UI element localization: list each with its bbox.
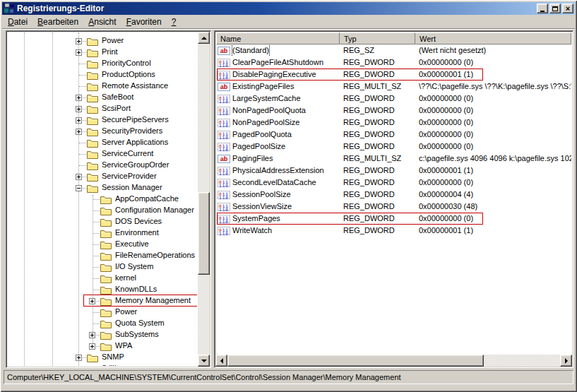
tree-item[interactable]: SNMP xyxy=(8,352,197,363)
tree-item[interactable]: ServiceCurrent xyxy=(8,148,197,160)
table-row[interactable]: 011110 SystemPages REG_DWORD 0x00000000 … xyxy=(216,213,571,225)
tree-item[interactable]: WPA xyxy=(8,340,197,352)
status-bar: Computer\HKEY_LOCAL_MACHINE\SYSTEM\Curre… xyxy=(4,370,573,384)
table-row[interactable]: ab PagingFiles REG_MULTI_SZ c:\pagefile.… xyxy=(216,153,571,165)
tree-item[interactable]: kernel xyxy=(8,273,197,284)
table-row[interactable]: 011110 PagedPoolSize REG_DWORD 0x0000000… xyxy=(216,141,571,153)
value-type: REG_DWORD xyxy=(340,105,415,117)
tree-item[interactable]: FileRenameOperations xyxy=(8,250,197,261)
tree-item[interactable]: Session Manager xyxy=(8,182,197,194)
folder-icon xyxy=(87,81,98,90)
menu-item-favoriten[interactable]: Favoriten xyxy=(121,16,167,28)
value-name: PagedPoolQuota xyxy=(232,129,292,141)
table-row[interactable]: ab ExistingPageFiles REG_MULTI_SZ \??\C:… xyxy=(216,81,571,93)
tree-item[interactable]: SecurityProviders xyxy=(8,126,197,137)
tree-connector xyxy=(79,143,86,143)
scroll-up-button[interactable] xyxy=(198,32,210,44)
menu-item-ansicht[interactable]: Ansicht xyxy=(83,16,121,28)
tree-expander-icon[interactable] xyxy=(76,117,82,124)
scrollbar-thumb[interactable] xyxy=(198,192,210,275)
tree-expander-icon[interactable] xyxy=(76,129,82,135)
column-header-wert[interactable]: Wert xyxy=(415,32,571,44)
tree-item[interactable]: DOS Devices xyxy=(8,216,197,227)
dword-icon: 011110 xyxy=(218,131,230,139)
tree-item[interactable]: Memory Management xyxy=(8,295,197,307)
table-row[interactable]: ab (Standard) REG_SZ (Wert nicht gesetzt… xyxy=(216,44,571,57)
column-header-typ[interactable]: Typ xyxy=(340,32,415,44)
table-row[interactable]: 011110 ClearPageFileAtShutdown REG_DWORD… xyxy=(216,57,571,69)
tree-expander-icon[interactable] xyxy=(76,106,82,112)
tree-item[interactable]: AppCompatCache xyxy=(8,194,197,205)
tree-item[interactable]: Configuration Manager xyxy=(8,205,197,216)
tree-item[interactable]: Quota System xyxy=(8,318,197,329)
folder-icon xyxy=(87,352,98,362)
tree-item[interactable]: Print xyxy=(8,47,197,58)
tree-item[interactable]: Executive xyxy=(8,239,197,250)
scrollbar-thumb[interactable] xyxy=(227,355,484,367)
tree-item[interactable]: SubSystems xyxy=(8,329,197,340)
title-bar[interactable]: Registrierungs-Editor × xyxy=(2,2,575,15)
table-row[interactable]: 011110 PagedPoolQuota REG_DWORD 0x000000… xyxy=(216,129,571,141)
scroll-left-button[interactable] xyxy=(215,355,227,367)
tree-item[interactable]: ProductOptions xyxy=(8,69,197,81)
value-name: SessionViewSize xyxy=(232,201,292,213)
table-row[interactable]: 011110 LargeSystemCache REG_DWORD 0x0000… xyxy=(216,93,571,105)
tree-item[interactable]: SecurePipeServers xyxy=(8,114,197,126)
table-row[interactable]: 011110 NonPagedPoolQuota REG_DWORD 0x000… xyxy=(216,105,571,117)
tree-item-label: SNMP xyxy=(100,352,126,363)
tree-item[interactable]: I/O System xyxy=(8,261,197,273)
dword-icon: 011110 xyxy=(218,95,230,103)
tree-item[interactable]: ScsiPort xyxy=(8,103,197,114)
column-header-name[interactable]: Name xyxy=(216,32,340,44)
tree-item[interactable]: KnownDLLs xyxy=(8,284,197,295)
tree-expander-icon[interactable] xyxy=(89,332,95,338)
close-button[interactable]: × xyxy=(562,4,573,13)
menu-item-datei[interactable]: Datei xyxy=(3,16,32,28)
scroll-down-button[interactable] xyxy=(198,355,210,367)
tree-item[interactable]: ServiceProvider xyxy=(8,171,197,182)
tree-expander-icon[interactable] xyxy=(76,38,82,44)
tree-item[interactable]: Remote Assistance xyxy=(8,81,197,92)
tree-item[interactable]: PriorityControl xyxy=(8,58,197,69)
values-horizontal-scrollbar[interactable] xyxy=(215,355,572,367)
table-row[interactable]: 011110 SecondLevelDataCache REG_DWORD 0x… xyxy=(216,177,571,189)
tree-item-label: PriorityControl xyxy=(100,58,153,69)
value-type: REG_DWORD xyxy=(340,69,415,81)
tree-expander-icon[interactable] xyxy=(76,355,82,361)
table-row[interactable]: 011110 NonPagedPoolSize REG_DWORD 0x0000… xyxy=(216,117,571,129)
string-icon: ab xyxy=(218,47,230,55)
table-row[interactable]: 011110 SessionPoolSize REG_DWORD 0x00000… xyxy=(216,189,571,201)
tree-item[interactable]: Power xyxy=(8,35,197,47)
menu-item-bearbeiten[interactable]: Bearbeiten xyxy=(32,16,83,28)
folder-icon xyxy=(100,206,112,215)
tree-expander-icon[interactable] xyxy=(89,343,95,350)
table-row[interactable]: 011110 PhysicalAddressExtension REG_DWOR… xyxy=(216,165,571,177)
minimize-button[interactable] xyxy=(537,4,548,13)
tree-item[interactable]: StillImage xyxy=(8,363,197,366)
dword-icon: 011110 xyxy=(218,191,230,199)
value-data: 0x00000001 (1) xyxy=(415,165,571,177)
value-name: SecondLevelDataCache xyxy=(232,177,316,189)
tree-item[interactable]: Server Applications xyxy=(8,137,197,148)
tree-expander-icon[interactable] xyxy=(76,185,82,191)
folder-icon xyxy=(100,217,112,226)
menu-item-help[interactable]: ? xyxy=(167,16,182,28)
maximize-button[interactable] xyxy=(549,4,561,13)
tree-vertical-scrollbar[interactable] xyxy=(198,32,210,367)
table-row[interactable]: 011110 DisablePagingExecutive REG_DWORD … xyxy=(216,69,571,81)
value-name: PagedPoolSize xyxy=(232,141,285,153)
tree-item[interactable]: Environment xyxy=(8,227,197,239)
tree-item[interactable]: Power xyxy=(8,307,197,318)
tree-expander-icon[interactable] xyxy=(76,174,82,180)
value-data: 0x00000030 (48) xyxy=(415,201,571,213)
table-row[interactable]: 011110 WriteWatch REG_DWORD 0x00000001 (… xyxy=(216,225,571,237)
scroll-right-button[interactable] xyxy=(560,355,572,367)
tree-item[interactable]: SafeBoot xyxy=(8,92,197,103)
table-row[interactable]: 011110 SessionViewSize REG_DWORD 0x00000… xyxy=(216,201,571,213)
tree-expander-icon[interactable] xyxy=(76,49,82,56)
value-name-cell: 011110 PagedPoolSize xyxy=(216,141,340,153)
value-data: 0x00000000 (0) xyxy=(415,213,571,225)
tree-item[interactable]: ServiceGroupOrder xyxy=(8,160,197,171)
tree-expander-icon[interactable] xyxy=(76,95,82,101)
close-icon: × xyxy=(566,5,570,12)
